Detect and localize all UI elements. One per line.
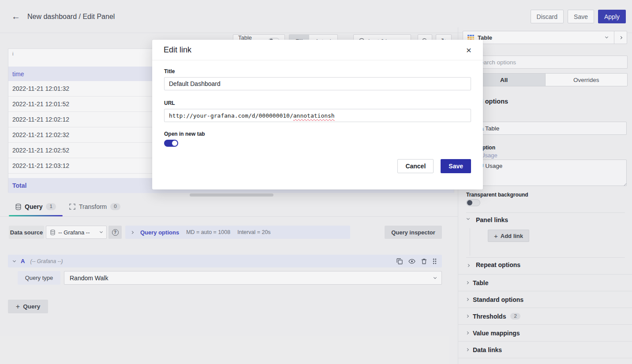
close-icon[interactable]: ×	[466, 45, 471, 55]
link-url-input[interactable]: http://your-grafana.com/d/000000010/anno…	[164, 109, 471, 122]
link-title-input[interactable]	[164, 77, 471, 90]
modal-title: Edit link	[164, 45, 191, 55]
open-new-tab-toggle[interactable]	[164, 140, 178, 147]
link-title-label: Title	[164, 68, 471, 74]
url-text: http://your-grafana.com/d/000000010/	[169, 112, 293, 119]
toggle-knob	[172, 141, 177, 146]
edit-link-modal: Edit link × Title URL http://your-grafan…	[152, 40, 483, 189]
url-text-misspelled: annotationsh	[293, 112, 335, 119]
modal-body: Title URL http://your-grafana.com/d/0000…	[152, 60, 483, 173]
save-link-button[interactable]: Save	[441, 159, 471, 173]
modal-header: Edit link ×	[152, 40, 483, 60]
link-url-label: URL	[164, 100, 471, 106]
grafana-edit-panel-page: { "colors": { "accent_apply": "#3d41b5",…	[0, 0, 632, 364]
cancel-button[interactable]: Cancel	[397, 159, 434, 173]
modal-footer: Cancel Save	[164, 159, 471, 173]
open-new-tab-label: Open in new tab	[164, 131, 471, 137]
